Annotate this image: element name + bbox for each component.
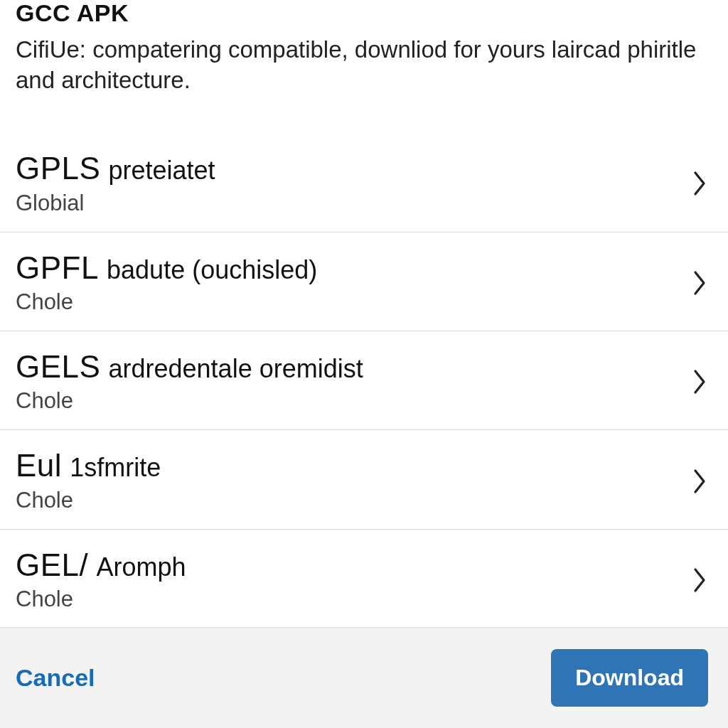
list-item[interactable]: GELS ardredentale oremidist Chole	[0, 331, 728, 430]
list-item-subtitle: Chole	[16, 388, 363, 414]
list-item-rest: badute (ouchisled)	[107, 255, 317, 284]
list-item-rest: preteiatet	[109, 156, 215, 185]
list-item-subtitle: Chole	[16, 289, 317, 315]
list-item-rest: Aromph	[96, 552, 186, 582]
list-item-main: GEL/ Aromph Chole	[16, 548, 186, 612]
chevron-right-icon	[691, 468, 708, 495]
chevron-right-icon	[691, 567, 708, 594]
list-item-main: Eul 1sfmrite Chole	[16, 449, 161, 513]
list-item-lead: GEL/	[16, 547, 88, 582]
list-item-title: Eul 1sfmrite	[16, 449, 161, 483]
list-item[interactable]: GEL/ Aromph Chole	[0, 530, 728, 627]
dialog-header: GCC APK CifiUe: compatering compatible, …	[0, 0, 728, 109]
list-item-title: GPLS preteiatet	[16, 151, 215, 186]
list-item[interactable]: GPFL badute (ouchisled) Chole	[0, 232, 728, 331]
list-item[interactable]: Eul 1sfmrite Chole	[0, 430, 728, 529]
list-item-title: GEL/ Aromph	[16, 548, 186, 582]
dialog-subtitle: CifiUe: compatering compatible, downliod…	[16, 35, 712, 96]
download-button[interactable]: Download	[551, 649, 708, 707]
list-item-lead: GPLS	[16, 151, 100, 186]
list-item[interactable]: GPLS preteiatet Globial	[0, 133, 728, 232]
list-item-title: GELS ardredentale oremidist	[16, 350, 363, 384]
apk-download-dialog: GCC APK CifiUe: compatering compatible, …	[0, 0, 728, 728]
dialog-title: GCC APK	[16, 0, 712, 26]
list-item-subtitle: Chole	[16, 488, 161, 513]
list-item-lead: GPFL	[16, 250, 99, 285]
list-item-main: GPFL badute (ouchisled) Chole	[16, 251, 317, 315]
chevron-right-icon	[691, 170, 708, 197]
chevron-right-icon	[691, 368, 708, 395]
chevron-right-icon	[691, 269, 708, 296]
list-item-title: GPFL badute (ouchisled)	[16, 251, 317, 285]
list-item-main: GELS ardredentale oremidist Chole	[16, 350, 363, 414]
list-item-lead: Eul	[16, 448, 62, 483]
list-item-subtitle: Globial	[16, 191, 215, 216]
list-item-subtitle: Chole	[16, 587, 186, 612]
cancel-button[interactable]: Cancel	[16, 664, 95, 692]
list-item-lead: GELS	[16, 349, 100, 384]
list-item-rest: 1sfmrite	[70, 453, 161, 482]
list-item-rest: ardredentale oremidist	[109, 354, 363, 383]
variant-list: GPLS preteiatet Globial GPFL badute (ouc…	[0, 109, 728, 627]
list-item-main: GPLS preteiatet Globial	[16, 151, 215, 215]
dialog-footer: Cancel Download	[0, 627, 728, 728]
